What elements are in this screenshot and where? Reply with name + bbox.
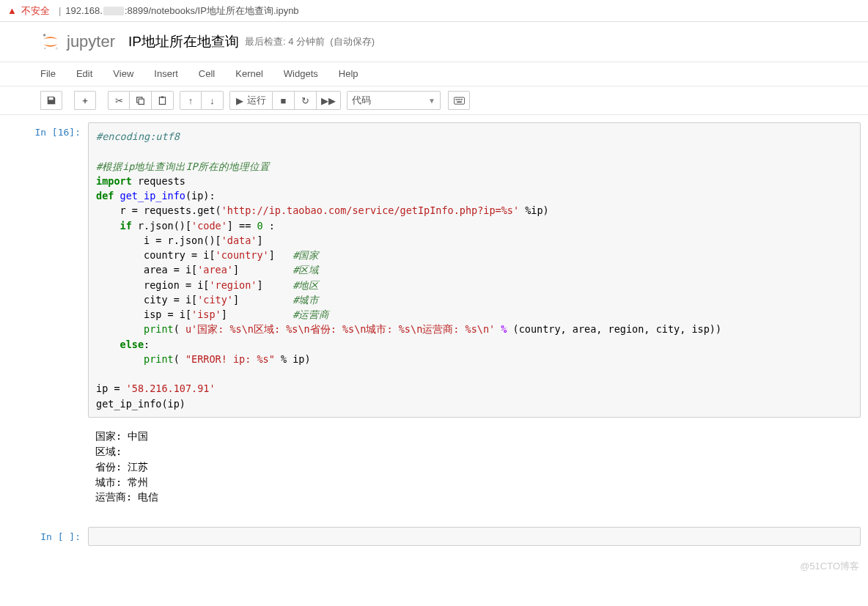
svg-rect-12 (457, 101, 462, 103)
menu-edit[interactable]: Edit (66, 62, 103, 86)
warning-icon: ▲ (7, 5, 17, 16)
copy-icon (136, 96, 145, 106)
arrow-down-icon: ↓ (210, 95, 215, 106)
notebook-container: In [16]: #encoding:utf8 #根据ip地址查询出IP所在的地… (0, 115, 868, 579)
svg-rect-6 (161, 96, 163, 97)
restart-run-all-button[interactable]: ▶▶ (317, 91, 341, 110)
scissors-icon: ✂ (115, 95, 123, 106)
separator: | (59, 5, 61, 16)
svg-point-0 (43, 34, 45, 36)
run-button[interactable]: ▶运行 (229, 91, 273, 110)
paste-icon (158, 96, 167, 106)
stop-icon: ■ (281, 95, 287, 106)
svg-point-2 (44, 48, 45, 49)
svg-rect-10 (459, 99, 460, 100)
logo-text: jupyter (67, 32, 115, 51)
menubar: File Edit View Insert Cell Kernel Widget… (0, 62, 868, 86)
svg-rect-11 (461, 99, 463, 100)
paste-button[interactable] (152, 91, 174, 110)
svg-rect-5 (159, 97, 165, 104)
insert-cell-button[interactable]: + (74, 91, 96, 110)
keyboard-icon (454, 97, 465, 105)
code-input-area[interactable]: #encoding:utf8 #根据ip地址查询出IP所在的地理位置 impor… (88, 122, 861, 418)
input-prompt-empty: In [ ]: (0, 527, 88, 546)
plus-icon: + (82, 95, 88, 106)
menu-kernel[interactable]: Kernel (225, 62, 273, 86)
checkpoint-status: 最后检查: 4 分钟前 (自动保存) (245, 35, 375, 48)
save-button[interactable] (40, 91, 62, 110)
save-icon (46, 95, 56, 106)
celltype-select[interactable]: 代码 ▼ (347, 91, 441, 110)
menu-widgets[interactable]: Widgets (273, 62, 328, 86)
copy-button[interactable] (130, 91, 152, 110)
interrupt-button[interactable]: ■ (273, 91, 295, 110)
not-secure-label: 不安全 (21, 4, 50, 18)
browser-address-bar: ▲ 不安全 | 192.168.:8899/notebooks/IP地址所在地查… (0, 0, 868, 22)
svg-rect-7 (454, 97, 464, 103)
output-text: 国家: 中国 区域: 省份: 江苏 城市: 常州 运营商: 电信 (88, 421, 861, 506)
celltype-value: 代码 (352, 94, 371, 107)
svg-point-1 (56, 47, 59, 50)
menu-help[interactable]: Help (328, 62, 369, 86)
output-prompt (0, 421, 88, 506)
menu-insert[interactable]: Insert (144, 62, 188, 86)
restart-button[interactable]: ↻ (295, 91, 317, 110)
watermark-text: @51CTO博客 (800, 560, 859, 573)
output-area: 国家: 中国 区域: 省份: 江苏 城市: 常州 运营商: 电信 (0, 421, 868, 506)
svg-rect-4 (139, 99, 144, 104)
move-up-button[interactable]: ↑ (180, 91, 202, 110)
cut-button[interactable]: ✂ (108, 91, 130, 110)
play-icon: ▶ (236, 95, 243, 106)
chevron-down-icon: ▼ (428, 97, 435, 105)
arrow-up-icon: ↑ (188, 95, 194, 106)
menu-file[interactable]: File (40, 62, 66, 86)
code-input-area-empty[interactable] (88, 527, 861, 546)
restart-icon: ↻ (301, 95, 309, 106)
input-prompt: In [16]: (0, 122, 88, 418)
redacted-segment (103, 7, 124, 15)
jupyter-icon (40, 32, 61, 52)
fast-forward-icon: ▶▶ (321, 95, 336, 106)
jupyter-logo[interactable]: jupyter (40, 32, 115, 52)
code-cell-empty[interactable]: In [ ]: (0, 527, 868, 546)
toolbar: + ✂ ↑ ↓ ▶运行 ■ ↻ ▶▶ 代码 ▼ (0, 86, 868, 115)
code-cell[interactable]: In [16]: #encoding:utf8 #根据ip地址查询出IP所在的地… (0, 122, 868, 418)
command-palette-button[interactable] (448, 91, 470, 110)
notebook-name[interactable]: IP地址所在地查询 (128, 32, 239, 51)
menu-view[interactable]: View (103, 62, 144, 86)
menu-cell[interactable]: Cell (188, 62, 225, 86)
svg-rect-9 (457, 99, 459, 100)
url-text[interactable]: 192.168.:8899/notebooks/IP地址所在地查询.ipynb (65, 4, 298, 18)
move-down-button[interactable]: ↓ (202, 91, 224, 110)
svg-rect-8 (455, 99, 457, 100)
notebook-header: jupyter IP地址所在地查询 最后检查: 4 分钟前 (自动保存) (0, 22, 868, 62)
